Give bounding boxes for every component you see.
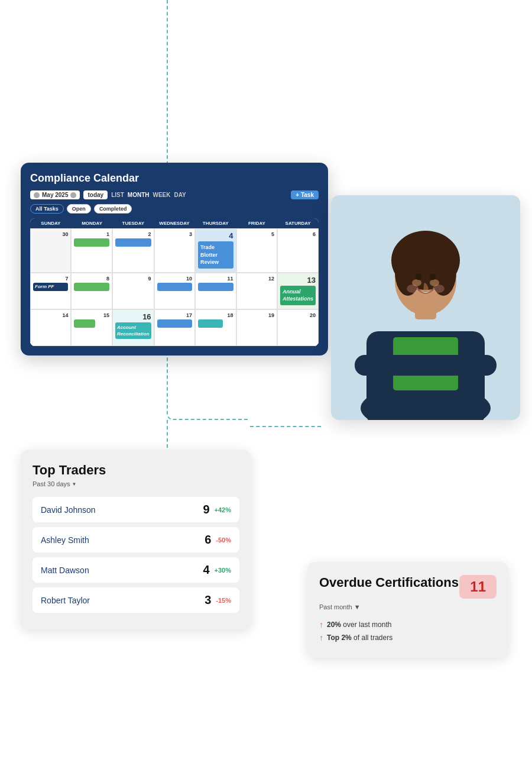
cal-event-annual: Annual Attestations — [280, 286, 316, 305]
person-illustration — [331, 195, 520, 420]
overdue-stat-2: ↑ Top 2% of all traders — [319, 633, 497, 642]
cal-day-30[interactable]: 30 — [30, 228, 71, 273]
day-num: 11 — [198, 276, 233, 282]
cal-day-5[interactable]: 5 — [236, 228, 277, 273]
overdue-stat-text-1: 20% over last month — [327, 621, 391, 629]
trader-name-1: David Johnson — [41, 505, 96, 515]
cal-day-3[interactable]: 3 — [154, 228, 195, 273]
calendar-month-nav[interactable]: May 2025 — [30, 190, 80, 199]
today-button[interactable]: today — [83, 190, 108, 199]
overdue-period[interactable]: Past month ▼ — [319, 603, 497, 610]
cal-day-6[interactable]: 6 — [277, 228, 319, 273]
cal-day-8[interactable]: 8 — [71, 273, 112, 309]
cal-day-17[interactable]: 17 — [154, 309, 195, 346]
header-sunday: SUNDAY — [30, 218, 72, 228]
day-num: 12 — [239, 276, 274, 282]
person-photo-card — [331, 195, 520, 420]
trader-stats-3: 4 +30% — [203, 563, 231, 577]
calendar-header: SUNDAY MONDAY TUESDAY WEDNESDAY THURSDAY… — [30, 218, 319, 228]
cal-day-18[interactable]: 18 — [195, 309, 236, 346]
trader-count-4: 3 — [205, 593, 211, 607]
calendar-body: 30 1 2 3 4 Trade Blotter Review 5 — [30, 228, 319, 346]
day-num: 18 — [198, 312, 233, 318]
cal-day-11[interactable]: 11 — [195, 273, 236, 309]
trader-row-2[interactable]: Ashley Smith 6 -50% — [33, 527, 239, 552]
overdue-stat-text-2: Top 2% of all traders — [327, 634, 392, 642]
filter-open[interactable]: Open — [67, 204, 91, 214]
cal-day-19[interactable]: 19 — [236, 309, 277, 346]
nav-circle-left — [34, 192, 40, 198]
trader-row-1[interactable]: David Johnson 9 +42% — [33, 497, 239, 522]
day-num: 5 — [239, 231, 274, 237]
header-tuesday: TUESDAY — [112, 218, 154, 228]
cal-day-9[interactable]: 9 — [112, 273, 154, 309]
cal-day-16[interactable]: 16 Account Reconciliation — [112, 309, 154, 346]
overdue-arrow-1: ↑ — [319, 620, 323, 629]
day-num: 16 — [115, 312, 151, 321]
svg-point-14 — [407, 285, 419, 293]
view-list[interactable]: LIST — [111, 192, 124, 198]
trader-count-2: 6 — [205, 533, 211, 547]
cal-day-2[interactable]: 2 — [112, 228, 154, 273]
cal-day-14[interactable]: 14 — [30, 309, 71, 346]
traders-card: Top Traders Past 30 days ▼ David Johnson… — [21, 450, 251, 629]
day-num: 2 — [115, 231, 151, 237]
calendar-filters: All Tasks Open Completed — [30, 204, 319, 214]
day-num: 20 — [280, 312, 316, 318]
trader-change-2: -50% — [216, 537, 231, 544]
cal-day-13[interactable]: 13 Annual Attestations — [277, 273, 319, 309]
traders-period-dropdown-icon: ▼ — [72, 482, 77, 487]
cal-event-trade-blotter: Trade Blotter Review — [198, 241, 233, 269]
overdue-title: Overdue Certifications — [319, 575, 459, 590]
cal-event-form-pf: Form PF — [33, 283, 68, 291]
cal-event-blue-11 — [198, 283, 233, 291]
calendar-month-label: May 2025 — [42, 192, 68, 198]
overdue-certifications-card: Overdue Certifications 11 Past month ▼ ↑… — [307, 562, 508, 658]
calendar-title: Compliance Calendar — [30, 172, 319, 185]
cal-event-green-15 — [74, 319, 95, 328]
trader-row-3[interactable]: Matt Dawson 4 +30% — [33, 557, 239, 583]
calendar-card: Compliance Calendar May 2025 today LIST … — [21, 163, 328, 356]
cal-day-10[interactable]: 10 — [154, 273, 195, 309]
day-num: 9 — [115, 276, 151, 282]
day-num: 3 — [157, 231, 192, 237]
traders-period[interactable]: Past 30 days ▼ — [33, 480, 239, 487]
cal-day-15[interactable]: 15 — [71, 309, 112, 346]
day-num: 30 — [33, 231, 68, 237]
dashed-connector-right — [250, 426, 321, 427]
calendar-grid: SUNDAY MONDAY TUESDAY WEDNESDAY THURSDAY… — [30, 218, 319, 346]
day-num: 7 — [33, 276, 68, 282]
cal-event-green-1 — [74, 238, 109, 247]
header-saturday: SATURDAY — [277, 218, 319, 228]
trader-stats-4: 3 -15% — [205, 593, 231, 607]
traders-period-label: Past 30 days — [33, 480, 70, 487]
trader-change-1: +42% — [215, 506, 231, 513]
cal-event-teal-18 — [198, 319, 223, 328]
day-num: 1 — [74, 231, 109, 237]
filter-all[interactable]: All Tasks — [30, 204, 64, 214]
day-num: 17 — [157, 312, 192, 318]
cal-day-1[interactable]: 1 — [71, 228, 112, 273]
overdue-arrow-2: ↑ — [319, 633, 323, 642]
cal-event-account-rec: Account Reconciliation — [115, 322, 151, 339]
view-month[interactable]: MONTH — [128, 192, 150, 198]
cal-event-blue-2 — [115, 238, 151, 247]
view-day[interactable]: DAY — [174, 192, 186, 198]
day-num: 10 — [157, 276, 192, 282]
cal-day-4[interactable]: 4 Trade Blotter Review — [195, 228, 236, 273]
cal-day-7[interactable]: 7 Form PF — [30, 273, 71, 309]
trader-row-4[interactable]: Robert Taylor 3 -15% — [33, 587, 239, 613]
trader-count-3: 4 — [203, 563, 209, 577]
cal-event-blue-10 — [157, 283, 192, 291]
cal-day-20[interactable]: 20 — [277, 309, 319, 346]
svg-rect-4 — [355, 355, 497, 376]
add-task-button[interactable]: + Task — [291, 190, 319, 199]
trader-change-3: +30% — [215, 567, 231, 574]
nav-circle-right — [70, 192, 76, 198]
cal-day-12[interactable]: 12 — [236, 273, 277, 309]
view-week[interactable]: WEEK — [153, 192, 171, 198]
filter-completed[interactable]: Completed — [94, 204, 132, 214]
traders-title: Top Traders — [33, 463, 239, 478]
cal-event-blue-17 — [157, 319, 192, 328]
trader-name-2: Ashley Smith — [41, 535, 89, 545]
